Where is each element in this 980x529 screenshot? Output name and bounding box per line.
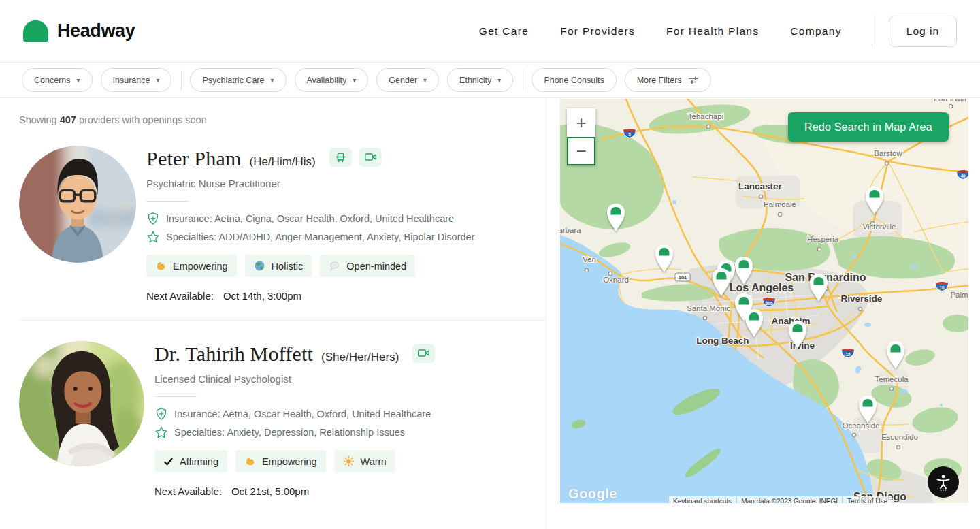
map-label-tehachapi: Tehachapi bbox=[688, 112, 723, 121]
results-summary: Showing 407 providers with openings soon bbox=[19, 114, 549, 125]
map-town-dot bbox=[885, 161, 888, 165]
provider-card: Peter Pham(He/Him/His)Psychiatric Nurse … bbox=[19, 146, 549, 302]
google-logo[interactable]: Google bbox=[568, 486, 617, 502]
session-type-badges bbox=[329, 148, 382, 167]
filter-bar: Concerns▾Insurance▾Psychiatric Care▾Avai… bbox=[0, 63, 980, 98]
trait-badge-empowering: Empowering bbox=[146, 255, 237, 277]
chevron-down-icon: ▾ bbox=[270, 77, 274, 84]
map-label-hesperia: Hesperia bbox=[807, 235, 839, 243]
map-town-dot bbox=[896, 445, 900, 449]
main-nav: Get CareFor ProvidersFor Health PlansCom… bbox=[479, 25, 842, 37]
map-town-dot bbox=[703, 316, 706, 319]
specialties-text: Specialties: ADD/ADHD, Anger Management,… bbox=[166, 231, 474, 242]
trait-label: Empowering bbox=[262, 456, 317, 467]
interstate-shield-number: 605 bbox=[766, 301, 773, 306]
chair-icon bbox=[334, 151, 347, 163]
provider-name-row: Dr. Tahirih Moffett(She/Her/Hers) bbox=[154, 342, 435, 366]
filter-pill-more-filters[interactable]: More Filters bbox=[625, 68, 711, 92]
trait-badge-affirming: Affirming bbox=[154, 450, 227, 472]
thought-icon bbox=[329, 260, 340, 272]
results-panel: Showing 407 providers with openings soon bbox=[0, 98, 549, 529]
session-type-badge bbox=[412, 344, 435, 363]
insurance-text: Insurance: Aetna, Oscar Health, Oxford, … bbox=[174, 408, 431, 419]
filter-pill-label: More Filters bbox=[637, 76, 682, 85]
interstate-shield-number: 10 bbox=[939, 285, 945, 290]
filter-group-divider bbox=[523, 70, 523, 91]
map-town-dot bbox=[817, 247, 821, 251]
map-label-escondido: Escondido bbox=[881, 433, 918, 441]
keyboard-shortcuts-link[interactable]: Keyboard shortcuts bbox=[669, 496, 736, 503]
provider-divider bbox=[154, 396, 197, 397]
terms-of-use-link[interactable]: Terms of Use bbox=[843, 496, 892, 503]
summary-count: 407 bbox=[60, 114, 76, 125]
redo-search-button[interactable]: Redo Search in Map Area bbox=[788, 112, 949, 142]
muscle-icon bbox=[244, 455, 256, 467]
nav-item-get-care[interactable]: Get Care bbox=[479, 25, 529, 37]
filter-pill-label: Gender bbox=[389, 76, 417, 85]
map-town-dot bbox=[852, 433, 855, 436]
map-town-dot bbox=[858, 307, 862, 310]
map-town-dot bbox=[608, 272, 612, 275]
provider-info: Peter Pham(He/Him/His)Psychiatric Nurse … bbox=[146, 146, 474, 302]
page-root: Headway Get CareFor ProvidersFor Health … bbox=[0, 0, 980, 529]
shield-plus-icon bbox=[146, 212, 160, 225]
provider-title: Licensed Clinical Psychologist bbox=[154, 373, 435, 385]
star-icon bbox=[146, 230, 160, 244]
map-town-dot bbox=[949, 104, 952, 108]
trait-badge-warm: Warm bbox=[334, 450, 395, 472]
provider-name[interactable]: Dr. Tahirih Moffett bbox=[154, 342, 313, 366]
provider-name[interactable]: Peter Pham bbox=[146, 147, 241, 170]
chevron-down-icon: ▾ bbox=[156, 77, 159, 84]
map-label-riverside: Riverside bbox=[841, 293, 883, 304]
map-zoom-control: + − bbox=[567, 108, 595, 165]
zoom-out-button[interactable]: − bbox=[567, 137, 595, 165]
interstate-shield-number: 40 bbox=[960, 174, 966, 178]
muscle-icon bbox=[155, 260, 167, 272]
headway-logo[interactable]: Headway bbox=[23, 20, 135, 42]
interstate-shield-number: 5 bbox=[628, 132, 631, 137]
trait-badges: AffirmingEmpoweringWarm bbox=[154, 450, 435, 472]
filter-pill-availability[interactable]: Availability▾ bbox=[295, 68, 369, 92]
trait-label: Holistic bbox=[272, 261, 304, 272]
list-map-divider bbox=[549, 98, 549, 529]
session-type-badges bbox=[412, 344, 435, 363]
map-town-dot bbox=[778, 212, 781, 216]
nav-item-for-providers[interactable]: For Providers bbox=[560, 25, 635, 37]
filter-pill-label: Concerns bbox=[34, 76, 71, 85]
map-label-palmdale: Palmdale bbox=[764, 200, 796, 208]
nav-item-for-health-plans[interactable]: For Health Plans bbox=[666, 25, 759, 37]
map-label-lancaster: Lancaster bbox=[738, 181, 783, 191]
filter-pill-gender[interactable]: Gender▾ bbox=[376, 68, 439, 92]
zoom-in-button[interactable]: + bbox=[567, 108, 595, 137]
filter-pill-label: Psychiatric Care bbox=[202, 76, 264, 85]
accessibility-icon bbox=[934, 473, 952, 491]
map-label-santa-monic: Santa Monic bbox=[687, 304, 730, 312]
accessibility-button[interactable] bbox=[928, 466, 959, 498]
filter-pill-phone-consults[interactable]: Phone Consults bbox=[532, 68, 616, 92]
filter-pill-concerns[interactable]: Concerns▾ bbox=[22, 68, 93, 92]
map-label-palm-s: Palm S bbox=[950, 291, 968, 299]
trait-badges: EmpoweringHolisticOpen-minded bbox=[146, 255, 474, 277]
provider-card-divider bbox=[19, 320, 546, 321]
login-button[interactable]: Log in bbox=[889, 16, 957, 47]
next-available-label: Next Available: bbox=[154, 485, 222, 497]
filter-pill-ethnicity[interactable]: Ethnicity▾ bbox=[447, 68, 513, 92]
next-available-value: Oct 14th, 3:00pm bbox=[223, 290, 301, 302]
map-label-long-beach: Long Beach bbox=[696, 336, 749, 346]
summary-suffix: providers with openings soon bbox=[76, 114, 207, 125]
map-label-oceanside: Oceanside bbox=[843, 421, 880, 430]
header: Headway Get CareFor ProvidersFor Health … bbox=[0, 0, 980, 63]
trait-label: Empowering bbox=[173, 261, 228, 272]
check-icon bbox=[163, 456, 174, 466]
filter-pill-psychiatric-care[interactable]: Psychiatric Care▾ bbox=[190, 68, 286, 92]
next-available-label: Next Available: bbox=[146, 290, 214, 302]
provider-list: Peter Pham(He/Him/His)Psychiatric Nurse … bbox=[19, 146, 549, 497]
specialties-row: Specialties: Anxiety, Depression, Relati… bbox=[154, 426, 435, 439]
trait-badge-holistic: Holistic bbox=[245, 255, 312, 277]
sun-icon bbox=[343, 455, 355, 467]
nav-item-company[interactable]: Company bbox=[790, 25, 841, 37]
map-town-dot bbox=[759, 195, 762, 198]
filter-pill-insurance[interactable]: Insurance▾ bbox=[101, 68, 172, 92]
next-available-row: Next Available:Oct 14th, 3:00pm bbox=[146, 290, 474, 302]
map-canvas[interactable]: Fort IrwinTehachapiBarstowLancasterPalmd… bbox=[560, 99, 968, 503]
